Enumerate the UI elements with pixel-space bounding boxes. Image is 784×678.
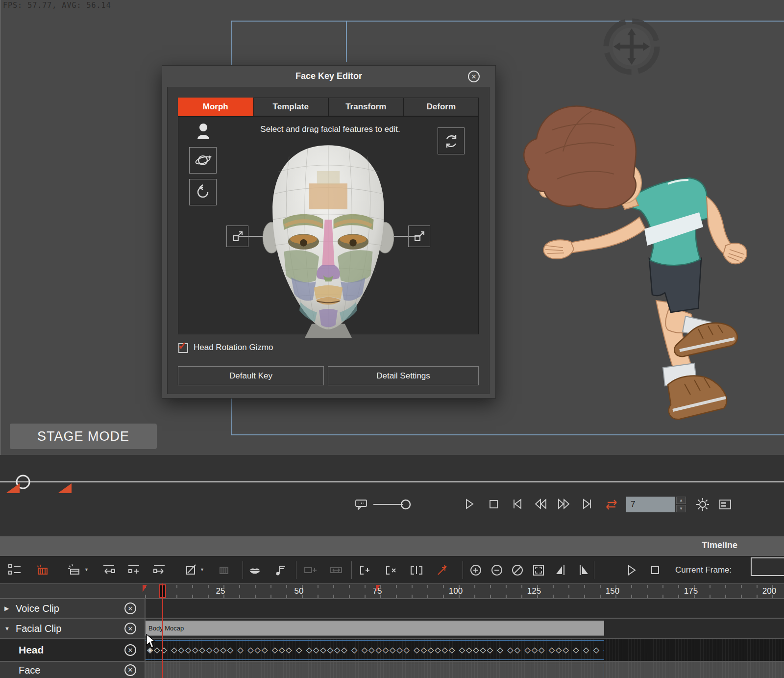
caption-control[interactable] bbox=[354, 496, 369, 514]
selection-box-top bbox=[231, 21, 784, 22]
clip-start-marker[interactable] bbox=[143, 585, 147, 592]
face-track-area[interactable] bbox=[145, 662, 784, 678]
ruler-label: 125 bbox=[522, 586, 546, 596]
head-keyframe-clip[interactable]: ◈◇◇ ◇◇◇◇◇◇◇◇◇ ◇ ◇◇◇ ◇◇◇ ◇ ◇◇◇◇◇◇ ◇ ◇◇◇◇◇… bbox=[145, 640, 604, 660]
playhead-line[interactable] bbox=[162, 583, 163, 678]
tab-deform[interactable]: Deform bbox=[404, 98, 479, 116]
range-marker-loop[interactable] bbox=[58, 483, 72, 493]
previous-frame-button[interactable] bbox=[533, 497, 548, 513]
edit-motion-button[interactable] bbox=[184, 563, 198, 578]
timeline-header: Timeline bbox=[0, 536, 784, 556]
detail-settings-button[interactable]: Detail Settings bbox=[328, 366, 479, 385]
add-clip-caret-icon[interactable]: ▼ bbox=[84, 567, 89, 572]
insert-frame-button[interactable] bbox=[126, 563, 141, 578]
stretch-clip-disabled-button[interactable] bbox=[329, 563, 343, 578]
track-list-button[interactable] bbox=[7, 563, 22, 578]
eye-scale-left-button[interactable] bbox=[226, 226, 248, 247]
go-to-end-button[interactable] bbox=[580, 497, 595, 513]
remove-key-button[interactable] bbox=[384, 563, 398, 578]
instruction-text: Select and drag facial features to edit. bbox=[218, 125, 443, 134]
range-end-marker[interactable] bbox=[376, 585, 380, 592]
audio-clip-button[interactable] bbox=[273, 563, 288, 578]
reset-rotation-button[interactable] bbox=[189, 179, 217, 205]
break-connection-button[interactable] bbox=[435, 563, 450, 578]
face-edit-panel[interactable]: Select and drag facial features to edit. bbox=[178, 116, 479, 334]
delete-track-icon[interactable]: ✕ bbox=[124, 603, 136, 614]
set-out-point-button[interactable] bbox=[152, 563, 167, 578]
scrub-track[interactable] bbox=[0, 481, 784, 482]
tab-morph[interactable]: Morph bbox=[178, 98, 253, 116]
speech-bubble-icon bbox=[354, 496, 369, 512]
panel-layout-button[interactable] bbox=[717, 497, 733, 514]
render-style-button[interactable] bbox=[695, 497, 710, 514]
tab-template[interactable]: Template bbox=[253, 98, 329, 116]
timeline-play-button[interactable] bbox=[624, 563, 638, 578]
timeline-ruler[interactable]: 255075100125150175200 bbox=[0, 583, 784, 599]
add-clip-disabled-button[interactable] bbox=[303, 563, 318, 578]
refresh-icon bbox=[443, 133, 460, 150]
facial-clip-track-label[interactable]: ▼ Facial Clip ✕ bbox=[0, 619, 145, 638]
character-figure[interactable] bbox=[518, 100, 748, 424]
eye-scale-right-button[interactable] bbox=[408, 226, 430, 247]
frame-number-input[interactable]: 7 bbox=[626, 497, 675, 512]
move-gizmo-icon[interactable] bbox=[600, 15, 663, 78]
stop-button[interactable] bbox=[486, 497, 501, 513]
face-keyframe-clip[interactable] bbox=[145, 664, 604, 678]
frame-spinner-down[interactable]: ▼ bbox=[676, 505, 686, 512]
caption-slider-track[interactable] bbox=[373, 504, 403, 505]
delete-track-icon[interactable]: ✕ bbox=[124, 664, 136, 676]
current-frame-input[interactable] bbox=[751, 557, 784, 576]
edit-motion-caret-icon[interactable]: ▼ bbox=[200, 567, 204, 572]
track-name: Voice Clip bbox=[16, 603, 59, 614]
timeline-title: Timeline bbox=[702, 540, 737, 551]
selection-box-handle[interactable] bbox=[346, 21, 347, 62]
refresh-view-button[interactable] bbox=[438, 127, 465, 154]
add-motion-clip-button[interactable] bbox=[67, 563, 82, 578]
next-frame-button[interactable] bbox=[557, 497, 571, 513]
collect-clip-button[interactable] bbox=[35, 563, 50, 578]
loop-button[interactable] bbox=[604, 497, 619, 514]
dialog-tabs: Morph Template Transform Deform bbox=[178, 98, 479, 116]
lip-sync-button[interactable] bbox=[247, 563, 262, 578]
dope-sheet-button[interactable] bbox=[217, 563, 231, 578]
head-track-area[interactable]: ◈◇◇ ◇◇◇◇◇◇◇◇◇ ◇ ◇◇◇ ◇◇◇ ◇ ◇◇◇◇◇◇ ◇ ◇◇◇◇◇… bbox=[145, 639, 784, 661]
dialog-close-icon[interactable]: ✕ bbox=[468, 71, 480, 82]
next-keyframe-button[interactable] bbox=[576, 563, 590, 578]
go-to-start-button[interactable] bbox=[510, 497, 524, 513]
rotate-3d-button[interactable] bbox=[189, 147, 217, 174]
set-in-point-button[interactable] bbox=[101, 563, 116, 578]
previous-keyframe-button[interactable] bbox=[554, 563, 568, 578]
stop-icon bbox=[486, 497, 501, 511]
play-button[interactable] bbox=[462, 497, 476, 513]
head-track-label[interactable]: Head ✕ bbox=[0, 639, 145, 661]
zoom-in-button[interactable] bbox=[468, 563, 483, 578]
frame-spinner-up[interactable]: ▲ bbox=[676, 497, 686, 504]
timeline-stop-button[interactable] bbox=[648, 563, 662, 578]
delete-track-icon[interactable]: ✕ bbox=[124, 623, 136, 634]
track-name: Face bbox=[19, 664, 40, 676]
tab-transform[interactable]: Transform bbox=[328, 98, 404, 116]
expand-arrow-icon[interactable]: ▼ bbox=[4, 626, 10, 631]
zoom-out-button[interactable] bbox=[490, 563, 504, 578]
voice-clip-track-area[interactable] bbox=[145, 599, 784, 618]
zoom-reset-button[interactable] bbox=[510, 563, 525, 578]
checkbox-label[interactable]: Head Rotation Gizmo bbox=[194, 343, 273, 352]
range-marker-start[interactable] bbox=[6, 483, 20, 493]
split-clip-button[interactable] bbox=[409, 563, 424, 578]
collapse-arrow-icon[interactable]: ▶ bbox=[4, 605, 9, 612]
delete-track-icon[interactable]: ✕ bbox=[124, 644, 136, 656]
track-row-facial-clip: Body Mocap ▼ Facial Clip ✕ bbox=[0, 618, 784, 638]
head-rotation-gizmo-checkbox[interactable]: ✓ bbox=[178, 343, 188, 353]
add-key-button[interactable] bbox=[358, 563, 372, 578]
playback-zone: 7 ▲ ▼ bbox=[0, 455, 784, 536]
voice-clip-track-label[interactable]: ▶ Voice Clip ✕ bbox=[0, 599, 145, 618]
body-mocap-clip[interactable]: Body Mocap bbox=[145, 621, 604, 636]
fit-to-view-button[interactable] bbox=[531, 563, 546, 578]
play-icon bbox=[462, 497, 476, 511]
caption-slider-knob[interactable] bbox=[400, 499, 412, 510]
face-mesh-preview[interactable] bbox=[250, 142, 407, 338]
stage-mode-badge[interactable]: STAGE MODE bbox=[10, 424, 157, 449]
facial-clip-track-area[interactable]: Body Mocap bbox=[145, 619, 784, 638]
default-key-button[interactable]: Default Key bbox=[178, 366, 324, 385]
face-track-label[interactable]: Face ✕ bbox=[0, 662, 145, 678]
